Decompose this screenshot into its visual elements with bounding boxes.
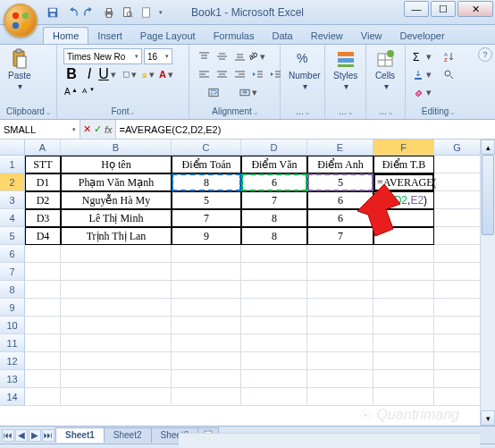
maximize-button[interactable]: ☐ bbox=[431, 1, 456, 17]
row-header[interactable]: 13 bbox=[0, 370, 25, 388]
cell-B7[interactable] bbox=[61, 263, 172, 281]
styles-button[interactable]: Styles▾ bbox=[330, 46, 361, 93]
cell-G8[interactable] bbox=[434, 281, 481, 299]
cell-A1[interactable]: STT bbox=[25, 156, 61, 173]
scroll-up-button[interactable]: ▴ bbox=[481, 139, 495, 155]
select-all-corner[interactable] bbox=[0, 139, 25, 155]
cell-E3[interactable]: 6 bbox=[307, 191, 373, 209]
cell-B8[interactable] bbox=[61, 281, 172, 299]
cell-A13[interactable] bbox=[25, 370, 61, 388]
merge-button[interactable]: ▾ bbox=[233, 84, 269, 100]
fx-icon[interactable]: fx bbox=[105, 124, 113, 135]
cell-G11[interactable] bbox=[434, 334, 481, 352]
qat-undo[interactable] bbox=[63, 4, 80, 21]
cell-A3[interactable]: D2 bbox=[25, 191, 61, 209]
sheet-first[interactable]: ⏮ bbox=[2, 429, 14, 442]
cell-B13[interactable] bbox=[61, 370, 172, 388]
qat-customize[interactable]: ▾ bbox=[159, 9, 163, 16]
cell-D3[interactable]: 7 bbox=[241, 191, 307, 209]
cell-C14[interactable] bbox=[172, 388, 241, 406]
col-header-C[interactable]: C bbox=[172, 139, 241, 155]
col-header-F[interactable]: F bbox=[373, 139, 434, 155]
cell-E7[interactable] bbox=[307, 263, 373, 281]
tab-page-layout[interactable]: Page Layout bbox=[131, 28, 205, 44]
qat-preview[interactable] bbox=[120, 4, 136, 21]
cell-B3[interactable]: Nguyễn Hà My bbox=[61, 191, 172, 209]
row-header[interactable]: 7 bbox=[0, 263, 25, 281]
col-header-B[interactable]: B bbox=[61, 139, 172, 155]
fill-color-button[interactable]: ▾ bbox=[140, 66, 156, 82]
cell-C2[interactable]: 8 bbox=[172, 173, 241, 191]
tab-formulas[interactable]: Formulas bbox=[205, 28, 264, 44]
wrap-text-button[interactable] bbox=[196, 84, 231, 100]
qat-new[interactable] bbox=[138, 4, 155, 21]
paste-button[interactable]: Paste ▾ bbox=[4, 46, 35, 93]
align-left[interactable] bbox=[196, 66, 212, 82]
cell-E13[interactable] bbox=[307, 370, 373, 388]
cell-E11[interactable] bbox=[307, 334, 373, 352]
cell-F2[interactable]: =AVERAGE( bbox=[373, 173, 434, 191]
row-header[interactable]: 2 bbox=[0, 173, 25, 191]
cell-D8[interactable] bbox=[241, 281, 307, 299]
cell-F8[interactable] bbox=[373, 281, 434, 299]
cell-G1[interactable] bbox=[434, 156, 481, 173]
col-header-A[interactable]: A bbox=[25, 139, 61, 155]
cell-C7[interactable] bbox=[172, 263, 241, 281]
cell-G9[interactable] bbox=[434, 299, 481, 317]
enter-formula-icon[interactable]: ✓ bbox=[94, 123, 102, 135]
cell-G14[interactable] bbox=[434, 388, 481, 406]
cell-C11[interactable] bbox=[172, 334, 241, 352]
fill-button[interactable]: ▾ bbox=[412, 66, 439, 82]
tab-home[interactable]: Home bbox=[43, 27, 88, 44]
cell-B2[interactable]: Phạm Văn Mạnh bbox=[61, 173, 172, 191]
cell-G12[interactable] bbox=[434, 352, 481, 370]
cell-A5[interactable]: D4 bbox=[25, 227, 61, 245]
close-button[interactable]: ✕ bbox=[457, 1, 493, 17]
cancel-formula-icon[interactable]: ✕ bbox=[83, 123, 91, 135]
cell-F14[interactable] bbox=[373, 388, 434, 406]
cell-G6[interactable] bbox=[434, 245, 481, 263]
cell-F11[interactable] bbox=[373, 334, 434, 352]
cell-D10[interactable] bbox=[241, 317, 307, 334]
cell-A6[interactable] bbox=[25, 245, 61, 263]
cell-E14[interactable] bbox=[307, 388, 373, 406]
office-button[interactable] bbox=[4, 4, 38, 38]
cell-B14[interactable] bbox=[61, 388, 172, 406]
cell-F4[interactable] bbox=[373, 209, 434, 227]
row-header[interactable]: 10 bbox=[0, 317, 25, 334]
cell-G4[interactable] bbox=[434, 209, 481, 227]
cell-E5[interactable]: 7 bbox=[307, 227, 373, 245]
cell-B12[interactable] bbox=[61, 352, 172, 370]
sheet-prev[interactable]: ◀ bbox=[15, 429, 28, 442]
underline-button[interactable]: U▾ bbox=[99, 66, 115, 82]
cell-B10[interactable] bbox=[61, 317, 172, 334]
row-header[interactable]: 8 bbox=[0, 281, 25, 299]
qat-print[interactable] bbox=[101, 4, 117, 21]
cell-A14[interactable] bbox=[25, 388, 61, 406]
align-bottom[interactable] bbox=[231, 48, 248, 64]
align-middle[interactable] bbox=[214, 48, 230, 64]
cell-C3[interactable]: 5 bbox=[172, 191, 241, 209]
row-header[interactable]: 11 bbox=[0, 334, 25, 352]
cell-C13[interactable] bbox=[172, 370, 241, 388]
ribbon-help-icon[interactable]: ? bbox=[478, 47, 492, 62]
font-name-combo[interactable]: Times New Ro▾ bbox=[63, 48, 142, 64]
shrink-font-button[interactable]: A▼ bbox=[81, 84, 97, 100]
vertical-scrollbar[interactable]: ▴ ▾ bbox=[480, 139, 495, 426]
decrease-indent[interactable] bbox=[249, 66, 265, 82]
cell-A11[interactable] bbox=[25, 334, 61, 352]
autosum-button[interactable]: Σ▾ bbox=[412, 48, 439, 64]
cell-E9[interactable] bbox=[307, 299, 373, 317]
cell-A12[interactable] bbox=[25, 352, 61, 370]
cell-D12[interactable] bbox=[241, 352, 307, 370]
scroll-down-button[interactable]: ▾ bbox=[481, 410, 495, 426]
row-header[interactable]: 3 bbox=[0, 191, 25, 209]
cell-F13[interactable] bbox=[373, 370, 434, 388]
cell-E1[interactable]: Điểm Anh bbox=[307, 156, 373, 173]
align-top[interactable] bbox=[196, 48, 212, 64]
cell-C8[interactable] bbox=[172, 281, 241, 299]
cell-D4[interactable]: 8 bbox=[241, 209, 307, 227]
row-header[interactable]: 9 bbox=[0, 299, 25, 317]
cell-F3[interactable]: C2,D2,E2) bbox=[373, 191, 434, 209]
cell-G5[interactable] bbox=[434, 227, 481, 245]
